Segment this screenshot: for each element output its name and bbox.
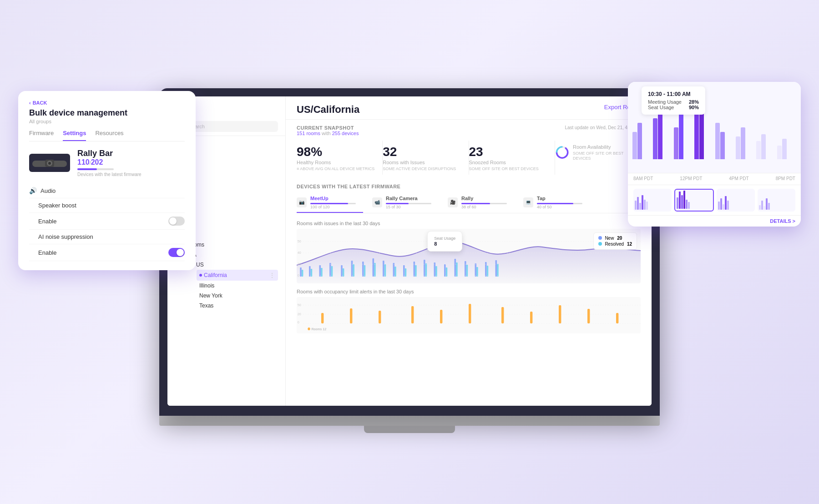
occupancy-chart-area: 50 20 0 xyxy=(297,297,641,333)
availability-label: Room Availability xyxy=(573,144,633,150)
bulk-device-title: Bulk device management xyxy=(29,108,185,118)
svg-rect-27 xyxy=(415,265,417,277)
setting-speaker-boost: Speaker boost xyxy=(29,198,185,213)
fw-tab-tap[interactable]: 💻 Tap 40 of 50 xyxy=(523,193,590,213)
tree-new-york[interactable]: New York xyxy=(197,291,278,301)
rooms-issues-label: Rooms with Issues xyxy=(383,160,461,165)
svg-rect-59 xyxy=(350,308,352,323)
mini-chart-3[interactable] xyxy=(717,189,755,212)
speaker-boost-toggle-knob xyxy=(169,217,177,225)
svg-rect-22 xyxy=(393,263,395,277)
time-8am: 8AM PDT xyxy=(633,176,653,181)
svg-text:50: 50 xyxy=(298,239,301,243)
bar xyxy=(756,141,761,159)
bar xyxy=(679,114,683,159)
charts-section: Rooms with issues in the last 30 days xyxy=(286,217,652,406)
bar xyxy=(720,132,725,159)
device-progress-bar xyxy=(77,168,114,170)
analytics-mini-charts xyxy=(628,185,801,215)
svg-point-74 xyxy=(48,162,51,165)
svg-rect-13 xyxy=(343,268,344,277)
main-header: US/California Export Report xyxy=(286,96,652,120)
svg-rect-24 xyxy=(403,265,405,277)
svg-text:Rooms 12: Rooms 12 xyxy=(311,327,326,331)
svg-rect-68 xyxy=(616,313,618,323)
svg-rect-17 xyxy=(364,265,366,277)
svg-rect-20 xyxy=(383,261,384,277)
tree-us[interactable]: ▾ US xyxy=(189,260,278,270)
fw-tab-rally-camera[interactable]: 📹 Rally Camera 15 of 30 xyxy=(372,193,439,213)
svg-rect-39 xyxy=(476,267,478,277)
svg-rect-67 xyxy=(587,309,590,323)
device-count: 110/202 xyxy=(77,158,142,166)
setting-audio: 🔊 Audio xyxy=(29,183,185,198)
mini-chart-2[interactable] xyxy=(674,189,714,212)
fw-tab-rally[interactable]: 🎥 Rally 38 of 60 xyxy=(448,193,514,213)
speaker-boost-toggle[interactable] xyxy=(168,217,185,226)
tree-ca[interactable]: ▾ CA xyxy=(182,250,278,260)
bulk-tab-firmware[interactable]: Firmware xyxy=(29,130,54,141)
audio-label: Audio xyxy=(40,187,56,194)
svg-rect-12 xyxy=(341,265,343,277)
svg-rect-30 xyxy=(434,262,436,277)
page-title: US/California xyxy=(297,104,359,116)
occupancy-chart-container: Rooms with occupancy limit alerts in the… xyxy=(297,289,641,333)
tree-illinois[interactable]: Illinois xyxy=(197,281,278,291)
snapshot-section: Current Snapshot 151 rooms with 255 devi… xyxy=(286,120,652,184)
time-4pm: 4PM PDT xyxy=(729,176,748,181)
seat-usage-label: Seat Usage xyxy=(648,105,674,110)
svg-text:20: 20 xyxy=(298,262,301,266)
mini-chart-1[interactable] xyxy=(633,189,672,212)
svg-rect-33 xyxy=(446,267,448,277)
svg-rect-4 xyxy=(300,267,302,277)
bar-group-1 xyxy=(632,123,652,159)
svg-rect-6 xyxy=(309,266,311,277)
bulk-back-button[interactable]: ‹ BACK xyxy=(29,100,185,106)
bar-group-3 xyxy=(674,114,693,159)
svg-rect-61 xyxy=(411,306,414,323)
firmware-tabs: 📷 MeetUp 100 of 120 📹 Rally xyxy=(297,193,641,213)
seat-usage-tooltip: Seat Usage 8 xyxy=(427,231,462,252)
audio-icon: 🔊 xyxy=(29,187,37,194)
settings-list: 🔊 Audio Speaker boost Enable AI noise su… xyxy=(29,183,185,261)
svg-rect-16 xyxy=(362,262,364,277)
firmware-section-title: Devices with the latest firmware xyxy=(297,184,641,189)
svg-rect-15 xyxy=(353,264,354,277)
snoozed-label: Snoozed Rooms xyxy=(469,160,547,165)
bar xyxy=(632,132,637,159)
bar xyxy=(777,146,782,159)
issues-chart-area: 50 40 20 0 xyxy=(297,229,641,283)
metric-healthy-rooms: 98% Healthy Rooms ≡ ABOVE AVG ON ALL DEV… xyxy=(297,141,383,175)
bar xyxy=(715,123,720,159)
svg-rect-43 xyxy=(497,264,499,277)
issues-chart-title: Rooms with issues in the last 30 days xyxy=(297,221,641,226)
bulk-tab-settings[interactable]: Settings xyxy=(63,130,86,141)
analytics-card: 10:30 - 11:00 AM Meeting Usage 28% Seat … xyxy=(628,82,801,227)
details-link[interactable]: DETAILS > xyxy=(628,215,801,227)
mini-chart-4[interactable] xyxy=(758,189,796,212)
svg-rect-31 xyxy=(435,266,437,277)
bulk-device-tabs: Firmware Settings Resources xyxy=(29,130,185,141)
legend-new: New xyxy=(605,236,614,241)
device-image xyxy=(29,154,70,172)
rally-icon: 🎥 xyxy=(448,197,458,207)
ai-noise-toggle[interactable] xyxy=(168,248,185,257)
metrics-row: 98% Healthy Rooms ≡ ABOVE AVG ON ALL DEV… xyxy=(297,141,641,175)
tree-california[interactable]: California ⋮ xyxy=(197,270,278,281)
svg-rect-36 xyxy=(465,261,466,277)
svg-rect-29 xyxy=(425,263,427,277)
device-preview: Rally Bar 110/202 Devices with the lates… xyxy=(29,149,185,177)
meetup-icon: 📷 xyxy=(297,197,307,207)
fw-tab-meetup[interactable]: 📷 MeetUp 100 of 120 xyxy=(297,193,363,213)
bar xyxy=(736,136,740,159)
bar-group-7 xyxy=(756,134,775,159)
seat-usage-val: 90% xyxy=(689,105,699,110)
svg-text:0: 0 xyxy=(298,273,299,277)
us-label: US xyxy=(196,262,204,268)
occupancy-chart-title: Rooms with occupancy limit alerts in the… xyxy=(297,289,641,294)
svg-rect-62 xyxy=(440,310,442,323)
tree-texas[interactable]: Texas xyxy=(197,301,278,311)
bulk-device-card: ‹ BACK Bulk device management All groups… xyxy=(18,91,196,270)
svg-rect-34 xyxy=(455,259,456,277)
bulk-tab-resources[interactable]: Resources xyxy=(95,130,123,141)
